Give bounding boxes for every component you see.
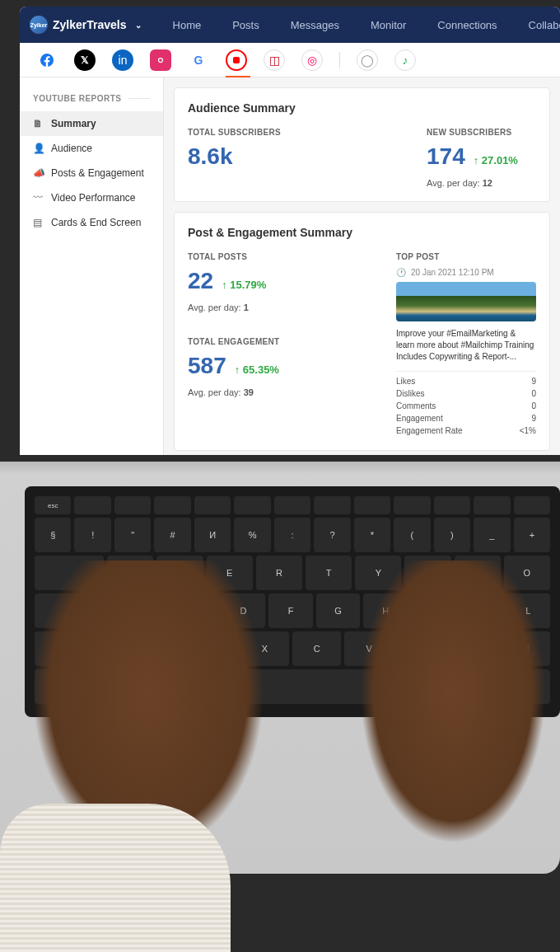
- metric-new-subscribers: NEW SUBSCRIBERS 174 ↑ 27.01% Avg. per da…: [427, 128, 518, 188]
- stat-comments: Comments 0: [396, 400, 536, 412]
- sidebar-item-summary[interactable]: 🗎 Summary: [20, 111, 163, 136]
- sidebar-item-audience[interactable]: 👤 Audience: [20, 136, 163, 161]
- metric-value: 8.6k: [188, 143, 233, 170]
- divider: [339, 52, 340, 68]
- metric-avg: Avg. per day: 12: [427, 178, 518, 188]
- active-tab-underline: [226, 76, 250, 77]
- sidebar-item-video-performance[interactable]: 〰 Video Performance: [20, 185, 163, 210]
- sidebar-item-label: Audience: [51, 143, 92, 154]
- x-icon[interactable]: 𝕏: [74, 49, 96, 71]
- screen: Zylker ZylkerTravels ⌄ Home Posts Messag…: [20, 7, 560, 455]
- sidebar-header: YOUTUBE REPORTS: [20, 87, 163, 111]
- audience-summary-panel: Audience Summary TOTAL SUBSCRIBERS 8.6k …: [174, 87, 550, 202]
- summary-icon: 🗎: [33, 118, 44, 129]
- content-area: Audience Summary TOTAL SUBSCRIBERS 8.6k …: [164, 77, 560, 455]
- panel-title: Audience Summary: [188, 101, 536, 115]
- chevron-down-icon: ⌄: [135, 21, 142, 30]
- brand-name: ZylkerTravels: [53, 18, 127, 31]
- nav-home[interactable]: Home: [165, 14, 210, 36]
- stat-engagement-rate: Engagement Rate <1%: [396, 424, 536, 437]
- megaphone-icon: 📣: [33, 167, 44, 179]
- chart-icon: 〰: [33, 192, 44, 204]
- sidebar-item-posts-engagement[interactable]: 📣 Posts & Engagement: [20, 161, 163, 185]
- brand-logo: Zylker: [30, 16, 48, 34]
- brand-selector[interactable]: Zylker ZylkerTravels ⌄: [30, 16, 142, 34]
- metric-value: 587: [188, 353, 226, 379]
- top-nav: Zylker ZylkerTravels ⌄ Home Posts Messag…: [20, 7, 560, 43]
- top-post-thumbnail[interactable]: [396, 282, 536, 321]
- audience-icon: 👤: [33, 143, 44, 154]
- nav-items: Home Posts Messages Monitor Connections …: [165, 7, 560, 42]
- laptop-frame: Zylker ZylkerTravels ⌄ Home Posts Messag…: [0, 0, 560, 952]
- sidebar-item-label: Video Performance: [51, 192, 136, 204]
- sidebar-item-cards-end-screen[interactable]: ▤ Cards & End Screen: [20, 210, 163, 235]
- metric-label: NEW SUBSCRIBERS: [427, 128, 518, 137]
- metric-change: ↑ 27.01%: [474, 154, 518, 166]
- metric-total-posts: TOTAL POSTS 22 ↑ 15.79% Avg. per day: 1: [188, 252, 380, 312]
- sidebar-item-label: Posts & Engagement: [51, 167, 144, 179]
- social-platform-bar: 𝕏 in G ◫ ◎ ◯ ♪: [20, 43, 560, 77]
- metric-avg: Avg. per day: 39: [188, 387, 380, 397]
- metric-avg: Avg. per day: 1: [188, 302, 380, 312]
- sidebar: YOUTUBE REPORTS 🗎 Summary 👤 Audience 📣 P…: [20, 77, 164, 455]
- metric-total-subscribers: TOTAL SUBSCRIBERS 8.6k: [188, 128, 394, 188]
- metrics-row: TOTAL SUBSCRIBERS 8.6k NEW SUBSCRIBERS 1…: [188, 128, 536, 188]
- stat-engagement: Engagement 9: [396, 412, 536, 424]
- nav-messages[interactable]: Messages: [282, 14, 348, 36]
- nav-connections[interactable]: Connections: [429, 14, 505, 36]
- facebook-icon[interactable]: [36, 49, 58, 71]
- metric-change: ↑ 15.79%: [222, 279, 266, 291]
- instagram-icon[interactable]: [150, 49, 171, 71]
- svg-point-0: [159, 58, 163, 62]
- metric-label: TOTAL POSTS: [188, 252, 380, 261]
- tiktok-icon[interactable]: ◎: [301, 49, 323, 71]
- top-post: TOP POST 🕐 20 Jan 2021 12:10 PM Improve …: [396, 252, 536, 437]
- nav-monitor[interactable]: Monitor: [362, 14, 414, 36]
- top-post-label: TOP POST: [396, 252, 536, 261]
- metric-change: ↑ 65.35%: [235, 363, 279, 376]
- cards-icon: ▤: [33, 217, 44, 228]
- laptop-body: esc §!"#И%:?*()_+ QWERTYUIO ASDFGHJ₽L ZX…: [0, 462, 560, 874]
- threads-icon[interactable]: ◯: [357, 49, 378, 71]
- panel-title: Post & Engagement Summary: [188, 226, 536, 239]
- post-engagement-panel: Post & Engagement Summary TOTAL POSTS 22…: [174, 212, 550, 451]
- pinterest-icon[interactable]: ◫: [264, 49, 285, 71]
- main-area: YOUTUBE REPORTS 🗎 Summary 👤 Audience 📣 P…: [20, 77, 560, 455]
- metric-value: 22: [188, 268, 213, 294]
- top-post-date: 🕐 20 Jan 2021 12:10 PM: [396, 268, 536, 277]
- engagement-metrics: TOTAL POSTS 22 ↑ 15.79% Avg. per day: 1: [188, 252, 380, 437]
- keyboard: esc §!"#И%:?*()_+ QWERTYUIO ASDFGHJ₽L ZX…: [25, 486, 560, 717]
- google-icon[interactable]: G: [188, 49, 209, 71]
- stat-dislikes: Dislikes 0: [396, 387, 536, 400]
- sidebar-item-label: Cards & End Screen: [51, 217, 141, 228]
- youtube-icon[interactable]: [226, 49, 247, 71]
- metric-total-engagement: TOTAL ENGAGEMENT 587 ↑ 65.35% Avg. per d…: [188, 337, 380, 397]
- metric-label: TOTAL SUBSCRIBERS: [188, 128, 394, 137]
- spotify-icon[interactable]: ♪: [394, 49, 416, 71]
- top-post-text: Improve your #EmailMarketing & learn mor…: [396, 328, 536, 363]
- metric-value: 174: [427, 143, 465, 170]
- clock-icon: 🕐: [396, 268, 406, 277]
- metric-label: TOTAL ENGAGEMENT: [188, 337, 380, 346]
- nav-posts[interactable]: Posts: [224, 14, 268, 36]
- stat-likes: Likes 9: [396, 371, 536, 387]
- nav-collaborate[interactable]: Collaborate: [520, 14, 560, 36]
- linkedin-icon[interactable]: in: [112, 49, 133, 71]
- sidebar-item-label: Summary: [51, 118, 96, 129]
